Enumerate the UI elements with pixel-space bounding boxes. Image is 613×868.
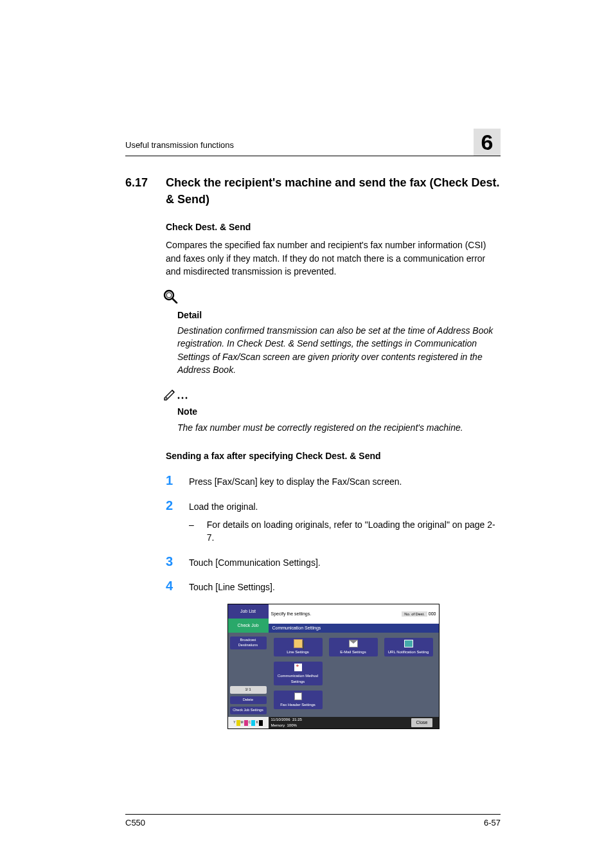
button-label: Line Settings xyxy=(274,649,323,655)
note-callout: Note The fax number must be correctly re… xyxy=(166,388,501,434)
step-text: Touch [Communication Settings]. xyxy=(189,555,501,569)
procedure-heading: Sending a fax after specifying Check Des… xyxy=(166,449,501,462)
document-icon xyxy=(294,639,303,648)
svg-line-4 xyxy=(172,390,174,392)
section-title: Check the recipient's machine and send t… xyxy=(166,174,501,208)
email-settings-button[interactable]: E-Mail Settings xyxy=(329,638,378,656)
svg-point-7 xyxy=(182,397,184,399)
toner-levels: Y M C K xyxy=(228,717,269,728)
mail-icon xyxy=(349,640,358,647)
footer-time: 21:25 xyxy=(292,718,302,721)
step-number: 2 xyxy=(166,499,189,545)
step-text: Touch [Line Settings]. xyxy=(189,579,501,593)
prompt-text: Specify the settings. xyxy=(271,611,312,617)
svg-line-2 xyxy=(172,298,177,303)
pager: 1/ 1 xyxy=(230,686,267,694)
magnifier-icon xyxy=(163,289,501,307)
dash-icon: – xyxy=(189,518,207,545)
dest-count-label: No. of Dest. xyxy=(402,611,427,617)
panel-title: Communication Settings xyxy=(269,624,439,633)
fax-icon xyxy=(294,692,302,700)
broadcast-destinations-button[interactable]: Broadcast Destinations xyxy=(230,637,267,649)
detail-title: Detail xyxy=(177,309,501,321)
step-number: 4 xyxy=(166,579,189,593)
step-1: 1 Press [Fax/Scan] key to display the Fa… xyxy=(166,474,501,488)
communication-method-button[interactable]: Communication Method Settings xyxy=(274,662,323,685)
footer-date: 11/10/2006 xyxy=(271,718,290,721)
button-label: URL Notification Setting xyxy=(384,649,433,655)
pencil-note-icon xyxy=(163,388,501,404)
check-job-tab[interactable]: Check Job xyxy=(228,619,269,633)
step-4: 4 Touch [Line Settings]. xyxy=(166,579,501,593)
check-job-settings-button[interactable]: Check Job Settings xyxy=(230,707,267,714)
step-text: Load the original. xyxy=(189,500,501,513)
step-number: 1 xyxy=(166,474,189,488)
url-notification-button[interactable]: URL Notification Setting xyxy=(384,638,433,656)
step-text: Press [Fax/Scan] key to display the Fax/… xyxy=(189,474,501,488)
svg-line-5 xyxy=(166,397,167,399)
step-3: 3 Touch [Communication Settings]. xyxy=(166,555,501,569)
footer-page-number: 6-57 xyxy=(484,817,501,829)
step-subitem: – For details on loading originals, refe… xyxy=(189,518,501,545)
svg-point-6 xyxy=(178,397,180,399)
screen-icon xyxy=(404,640,413,647)
close-button[interactable]: Close xyxy=(411,718,433,727)
step-2: 2 Load the original. – For details on lo… xyxy=(166,499,501,545)
step-subtext: For details on loading originals, refer … xyxy=(207,518,501,545)
footer-model: C550 xyxy=(125,817,145,829)
section-number: 6.17 xyxy=(125,174,166,208)
detail-body: Destination confirmed transmission can a… xyxy=(177,324,501,376)
step-number: 3 xyxy=(166,555,189,569)
dest-count-value: 000 xyxy=(429,611,436,616)
button-label: Fax Header Settings xyxy=(274,702,323,708)
button-label: Communication Method Settings xyxy=(274,673,323,684)
memory-label: Memory xyxy=(271,723,285,727)
subsection-heading-check-dest: Check Dest. & Send xyxy=(166,221,501,233)
svg-point-1 xyxy=(166,293,172,298)
svg-point-8 xyxy=(186,397,188,399)
memory-value: 100% xyxy=(287,723,297,727)
note-body: The fax number must be correctly registe… xyxy=(177,421,501,434)
detail-callout: Detail Destination confirmed transmissio… xyxy=(166,289,501,376)
note-title: Note xyxy=(177,405,501,418)
delete-button[interactable]: Delete xyxy=(230,696,267,704)
chapter-number: 6 xyxy=(474,129,501,156)
method-icon xyxy=(294,664,302,671)
line-settings-button[interactable]: Line Settings xyxy=(274,638,323,656)
button-label: E-Mail Settings xyxy=(329,649,378,655)
device-screenshot: Job List Check Job Specify the settings.… xyxy=(227,604,440,729)
fax-header-button[interactable]: Fax Header Settings xyxy=(274,691,323,709)
job-list-tab[interactable]: Job List xyxy=(228,604,269,619)
running-head: Useful transmission functions xyxy=(125,140,468,152)
subsection-body-check-dest: Compares the specified fax number and re… xyxy=(166,239,501,278)
